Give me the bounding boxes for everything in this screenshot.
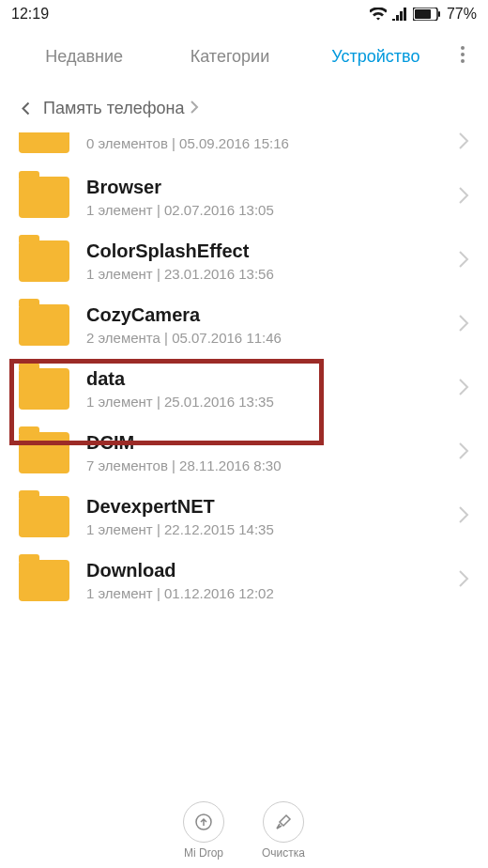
folder-icon [19, 132, 69, 153]
chevron-right-icon [458, 132, 469, 154]
top-tabs: Недавние Категории Устройство [0, 28, 488, 85]
list-item[interactable]: Browser 1 элемент | 02.07.2016 13:05 [0, 165, 488, 229]
svg-point-4 [461, 53, 465, 56]
tab-device[interactable]: Устройство [303, 47, 449, 67]
more-menu-button[interactable] [449, 46, 477, 67]
battery-icon [413, 8, 441, 21]
svg-point-3 [461, 46, 465, 50]
file-meta: 2 элемента | 05.07.2016 11:46 [86, 330, 458, 346]
svg-rect-2 [438, 11, 440, 17]
action-label: Очистка [262, 846, 305, 860]
status-icons: 77% [370, 6, 477, 23]
file-info: Browser 1 элемент | 02.07.2016 13:05 [86, 177, 458, 218]
status-bar: 12:19 77% [0, 0, 488, 28]
file-meta: 1 элемент | 25.01.2016 13:35 [86, 394, 458, 410]
list-item[interactable]: CozyCamera 2 элемента | 05.07.2016 11:46 [0, 293, 488, 357]
breadcrumb-label: Память телефона [43, 99, 184, 118]
chevron-right-icon [458, 314, 469, 336]
battery-percentage: 77% [447, 6, 477, 23]
file-meta: 0 элементов | 05.09.2016 15:16 [86, 135, 458, 151]
chevron-right-icon [458, 378, 469, 400]
file-meta: 1 элемент | 01.12.2016 12:02 [86, 585, 458, 601]
chevron-right-icon [458, 250, 469, 272]
folder-icon [19, 368, 69, 410]
wifi-icon [370, 8, 387, 21]
file-list: 0 элементов | 05.09.2016 15:16 Browser 1… [0, 132, 488, 612]
status-time: 12:19 [11, 6, 49, 23]
midrop-button[interactable]: Mi Drop [183, 801, 224, 860]
file-name: Browser [86, 177, 458, 198]
action-label: Mi Drop [184, 846, 223, 860]
file-meta: 1 элемент | 23.01.2016 13:56 [86, 266, 458, 282]
folder-icon [19, 496, 69, 537]
tab-recent[interactable]: Недавние [11, 47, 157, 67]
list-item[interactable]: ColorSplashEffect 1 элемент | 23.01.2016… [0, 229, 488, 293]
file-info: CozyCamera 2 элемента | 05.07.2016 11:46 [86, 304, 458, 346]
file-name: CozyCamera [86, 304, 458, 326]
folder-icon [19, 240, 69, 282]
file-name: DCIM [86, 432, 458, 454]
file-meta: 7 элементов | 28.11.2016 8:30 [86, 457, 458, 473]
tab-categories[interactable]: Категории [157, 47, 302, 67]
list-item[interactable]: Download 1 элемент | 01.12.2016 12:02 [0, 549, 488, 612]
list-item[interactable]: DCIM 7 элементов | 28.11.2016 8:30 [0, 421, 488, 485]
list-item[interactable]: DevexpertNET 1 элемент | 22.12.2015 14:3… [0, 485, 488, 549]
file-info: DevexpertNET 1 элемент | 22.12.2015 14:3… [86, 496, 458, 537]
file-info: 0 элементов | 05.09.2016 15:16 [86, 135, 458, 151]
folder-icon [19, 432, 69, 473]
list-item[interactable]: data 1 элемент | 25.01.2016 13:35 [0, 357, 488, 421]
list-item[interactable]: 0 элементов | 05.09.2016 15:16 [0, 132, 488, 165]
chevron-right-icon [458, 186, 469, 209]
folder-icon [19, 304, 69, 346]
chevron-right-icon [458, 505, 469, 528]
chevron-right-icon [458, 442, 469, 464]
bottom-bar: Mi Drop Очистка [0, 793, 488, 868]
chevron-down-icon [16, 101, 36, 115]
file-info: DCIM 7 элементов | 28.11.2016 8:30 [86, 432, 458, 473]
file-name: Download [86, 560, 458, 581]
file-meta: 1 элемент | 02.07.2016 13:05 [86, 202, 458, 218]
file-meta: 1 элемент | 22.12.2015 14:35 [86, 521, 458, 537]
chevron-right-icon [190, 99, 199, 118]
file-info: ColorSplashEffect 1 элемент | 23.01.2016… [86, 240, 458, 282]
svg-rect-1 [415, 9, 431, 19]
breadcrumb[interactable]: Память телефона [0, 85, 488, 132]
brush-icon [263, 801, 304, 843]
svg-point-5 [461, 59, 465, 63]
file-info: data 1 элемент | 25.01.2016 13:35 [86, 368, 458, 410]
file-name: data [86, 368, 458, 390]
cleanup-button[interactable]: Очистка [262, 801, 305, 860]
file-info: Download 1 элемент | 01.12.2016 12:02 [86, 560, 458, 601]
chevron-right-icon [458, 569, 469, 592]
file-name: DevexpertNET [86, 496, 458, 518]
folder-icon [19, 560, 69, 601]
file-name: ColorSplashEffect [86, 240, 458, 262]
upload-icon [183, 801, 224, 843]
signal-icon [392, 8, 407, 21]
folder-icon [19, 177, 69, 218]
